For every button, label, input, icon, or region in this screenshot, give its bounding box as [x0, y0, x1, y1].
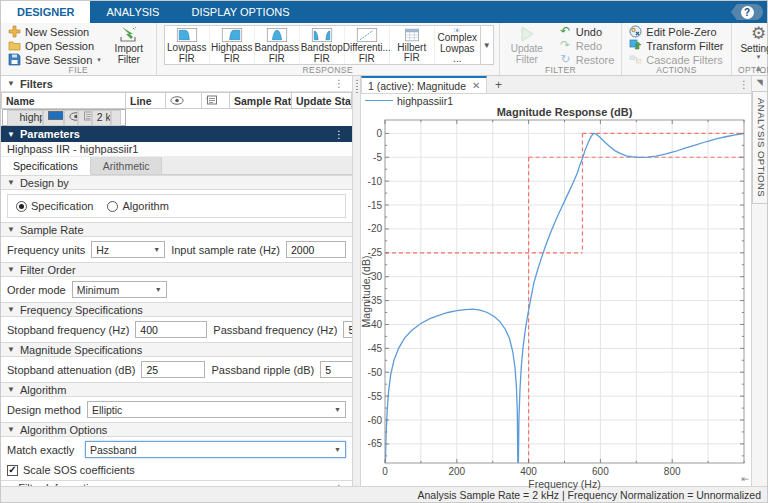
collapse-toolstrip-icon[interactable]: ▲̲	[754, 63, 763, 73]
algorithm-options-title: Algorithm Options	[20, 424, 107, 436]
undo-button[interactable]: ↶ Undo	[557, 25, 617, 38]
gallery-label: FIR	[269, 54, 285, 64]
chevron-down-icon: ▼	[334, 406, 341, 413]
close-icon[interactable]: ✕	[472, 80, 480, 91]
design-method-label: Design method	[7, 404, 81, 416]
gallery-label: Bandpass	[255, 43, 299, 53]
col-name[interactable]: Name	[2, 93, 126, 109]
help-button[interactable]: ?	[731, 4, 763, 20]
input-sample-rate-field[interactable]	[286, 241, 346, 258]
highpass-fir-icon	[219, 28, 245, 42]
match-exactly-select[interactable]: Passband ▼	[85, 441, 346, 458]
transform-filter-button[interactable]: Transform Filter	[627, 39, 725, 52]
open-session-button[interactable]: Open Session	[6, 39, 103, 52]
redo-button[interactable]: ↷ Redo	[557, 39, 617, 52]
filters-menu-icon[interactable]: ⋮	[332, 78, 346, 89]
settings-label: Settings	[740, 44, 768, 54]
update-filter-button[interactable]: Update Filter	[505, 25, 549, 65]
frequency-units-select[interactable]: Hz ▼	[91, 241, 165, 258]
import-filter-button[interactable]: Import Filter	[107, 25, 151, 65]
col-visibility[interactable]	[166, 93, 202, 109]
col-update-status[interactable]: Update Status	[292, 93, 352, 109]
col-line[interactable]: Line	[126, 93, 166, 109]
update-filter-play-icon	[517, 25, 536, 43]
filters-panel-header[interactable]: ▼ Filters ⋮	[1, 76, 352, 92]
gallery-item-differentiator-fir[interactable]: Differenti... FIR	[345, 26, 390, 64]
figure-tab-magnitude[interactable]: 1 (active): Magnitude ✕	[361, 76, 487, 93]
filter-row-highpassiir1[interactable]: highpassiir1 2 kHz	[2, 109, 126, 126]
tab-display-options[interactable]: DISPLAY OPTIONS	[175, 1, 305, 23]
panel-divider[interactable]	[353, 76, 361, 486]
filter-name-cell[interactable]: highpassiir1	[7, 110, 43, 126]
algorithm-options-header[interactable]: ▼ Algorithm Options	[1, 422, 352, 437]
collapse-rail-icon[interactable]: ◥	[756, 78, 762, 87]
passband-frequency-field[interactable]	[343, 321, 353, 338]
figure-tab-strip: 1 (active): Magnitude ✕ + ⋮	[361, 76, 751, 94]
chevron-down-icon: ▼	[334, 446, 341, 453]
parameters-panel-header[interactable]: ▼ Parameters ⋮	[1, 126, 352, 142]
radio-specification[interactable]: Specification	[16, 200, 93, 212]
stopband-frequency-field[interactable]	[135, 321, 207, 338]
col-annotation[interactable]	[202, 93, 230, 109]
design-by-header[interactable]: ▼ Design by	[1, 175, 352, 190]
svg-text:-5: -5	[373, 152, 382, 163]
frequency-units-label: Frequency units	[7, 244, 85, 256]
tab-analysis[interactable]: ANALYSIS	[90, 1, 175, 23]
order-mode-select[interactable]: Minimum ▼	[72, 281, 167, 298]
eye-icon	[170, 96, 184, 105]
svg-text:Frequency (Hz): Frequency (Hz)	[528, 478, 600, 490]
stopband-attenuation-field[interactable]	[141, 361, 205, 378]
passband-ripple-field[interactable]	[320, 361, 353, 378]
toolstrip: New Session Open Session Save Session ▾ …	[1, 23, 767, 76]
tab-designer[interactable]: DESIGNER	[1, 1, 90, 23]
input-sample-rate-label: Input sample rate (Hz)	[171, 244, 280, 256]
collapse-arrow-icon: ▼	[7, 425, 15, 434]
dock-figure-icon[interactable]: ⇤	[741, 474, 749, 484]
gallery-expand-caret-icon[interactable]: ▼	[480, 26, 493, 64]
gallery-item-bandstop-fir[interactable]: Bandstop FIR	[300, 26, 345, 64]
figure-menu-icon[interactable]: ⋮	[737, 79, 751, 90]
help-icon: ?	[741, 6, 754, 19]
visibility-cell[interactable]	[64, 110, 79, 126]
design-method-select[interactable]: Elliptic ▼	[87, 401, 346, 418]
analysis-options-tab[interactable]: ANALYSIS OPTIONS	[752, 91, 767, 204]
filters-table-header: Name Line Sample Rate Update Status	[2, 93, 352, 109]
gallery-item-lowpass-fir[interactable]: Lowpass FIR	[165, 26, 210, 64]
tab-arithmetic[interactable]: Arithmetic	[91, 157, 163, 174]
gallery-item-complex-lowpass[interactable]: Complex Lowpas ...	[435, 26, 480, 64]
gallery-label: Hilbert FIR	[390, 43, 434, 63]
scale-sos-checkbox[interactable]: ✓	[7, 465, 18, 476]
section-filter: Update Filter ↶ Undo ↷ Redo ↻ Restore FI…	[500, 23, 623, 75]
radio-algorithm[interactable]: Algorithm	[107, 200, 168, 212]
stopband-attenuation-label: Stopband attenuation (dB)	[7, 364, 135, 376]
collapse-arrow-icon: ▼	[7, 225, 15, 234]
gallery-item-hilbert-fir[interactable]: Hilbert FIR	[390, 26, 435, 64]
edit-pole-zero-button[interactable]: Edit Pole-Zero	[627, 25, 725, 38]
magnitude-specs-header[interactable]: ▼ Magnitude Specifications	[1, 342, 352, 357]
sample-rate-header[interactable]: ▼ Sample Rate	[1, 222, 352, 237]
settings-button[interactable]: ⚙ Settings ▾	[737, 25, 768, 60]
col-sample-rate[interactable]: Sample Rate	[230, 93, 292, 109]
edit-pole-zero-label: Edit Pole-Zero	[646, 26, 716, 38]
new-session-button[interactable]: New Session	[6, 25, 103, 38]
line-color-swatch[interactable]	[48, 111, 64, 120]
parameters-menu-icon[interactable]: ⋮	[332, 129, 346, 140]
radio-on-icon	[16, 201, 27, 212]
tab-specifications[interactable]: Specifications	[1, 157, 91, 175]
scale-sos-row: ✓ Scale SOS coefficients	[1, 462, 352, 480]
gallery-item-bandpass-fir[interactable]: Bandpass FIR	[255, 26, 300, 64]
annotation-cell[interactable]	[78, 110, 92, 126]
svg-text:-65: -65	[368, 438, 383, 449]
filter-order-header[interactable]: ▼ Filter Order	[1, 262, 352, 277]
algorithm-header[interactable]: ▼ Algorithm	[1, 382, 352, 397]
gallery-item-highpass-fir[interactable]: Highpass FIR	[210, 26, 255, 64]
passband-ripple-label: Passband ripple (dB)	[211, 364, 314, 376]
svg-text:0: 0	[376, 128, 382, 139]
svg-text:-50: -50	[368, 367, 383, 378]
frequency-specs-header[interactable]: ▼ Frequency Specifications	[1, 302, 352, 317]
magnitude-response-chart[interactable]: Magnitude Response (dB)02004006008000-5-…	[361, 107, 751, 486]
scale-sos-label: Scale SOS coefficients	[23, 464, 135, 476]
save-session-caret-icon[interactable]: ▾	[97, 56, 101, 64]
new-figure-tab-button[interactable]: +	[487, 76, 509, 93]
line-color-cell[interactable]	[43, 110, 64, 126]
